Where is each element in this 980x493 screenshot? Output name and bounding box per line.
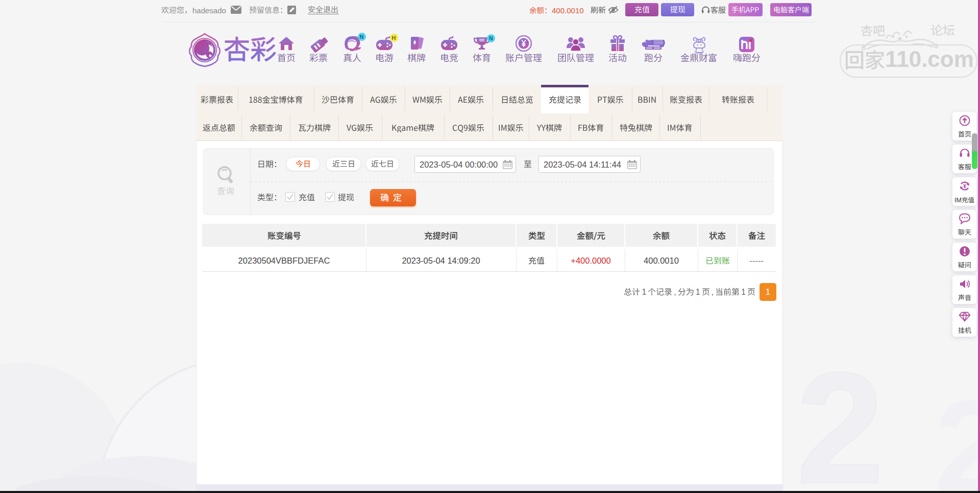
- svg-text:2: 2: [796, 339, 884, 493]
- svg-text:2: 2: [934, 373, 978, 493]
